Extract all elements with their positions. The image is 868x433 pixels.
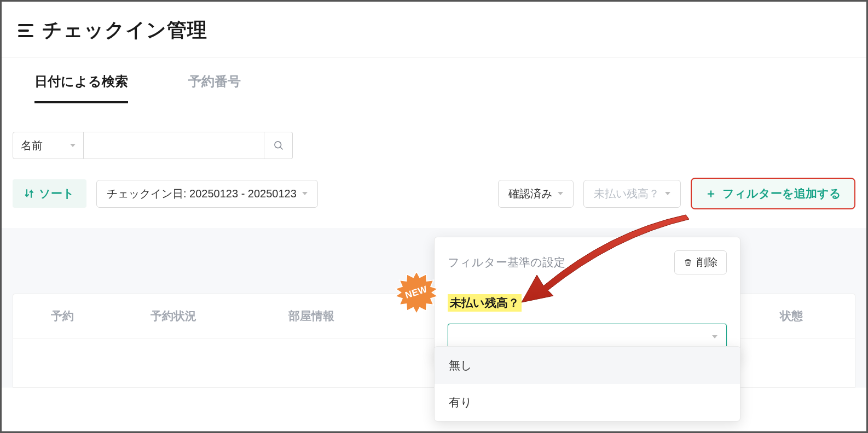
trash-icon (684, 258, 692, 267)
sort-label: ソート (39, 186, 74, 201)
filter-option-exists[interactable]: 有り (435, 384, 740, 421)
unpaid-balance-placeholder: 未払い残高？ (594, 186, 659, 201)
filter-options-dropdown: 無し 有り (434, 346, 740, 422)
sort-button[interactable]: ソート (13, 179, 86, 208)
plus-icon: ＋ (705, 185, 717, 202)
search-field-select[interactable]: 名前 (13, 132, 84, 159)
svg-line-1 (280, 147, 282, 149)
filter-option-none[interactable]: 無し (435, 347, 740, 384)
search-field-label: 名前 (21, 138, 43, 153)
search-input[interactable] (84, 132, 264, 159)
sort-icon (25, 189, 33, 198)
filter-delete-button[interactable]: 削除 (674, 250, 727, 274)
checkin-date-label: チェックイン日: 20250123 - 20250123 (107, 186, 297, 201)
page-title: チェックイン管理 (42, 17, 207, 44)
add-filter-label: フィルターを追加する (722, 186, 841, 201)
col-reservation-status: 予約状況 (112, 308, 235, 324)
filter-field-label: 未払い残高？ (448, 294, 522, 312)
svg-point-0 (274, 142, 281, 148)
chevron-down-icon (70, 144, 76, 147)
unpaid-balance-filter[interactable]: 未払い残高？ (583, 180, 681, 208)
filters-row: ソート チェックイン日: 20250123 - 20250123 確認済み 未払… (2, 159, 866, 209)
new-badge: NEW (394, 270, 439, 315)
tab-bar: 日付による検索 予約番号 (2, 57, 866, 103)
tab-reservation-number[interactable]: 予約番号 (188, 73, 241, 103)
confirmed-label: 確認済み (508, 186, 552, 201)
search-icon (273, 140, 284, 151)
chevron-down-icon (558, 192, 563, 195)
chevron-down-icon (302, 192, 308, 195)
checkin-date-filter[interactable]: チェックイン日: 20250123 - 20250123 (96, 180, 318, 208)
chevron-down-icon (712, 335, 717, 338)
search-row: 名前 (2, 103, 866, 159)
add-filter-button[interactable]: ＋ フィルターを追加する (691, 178, 855, 209)
menu-collapse-icon[interactable] (18, 24, 33, 37)
filter-delete-label: 削除 (697, 255, 717, 270)
confirmed-filter[interactable]: 確認済み (498, 180, 574, 208)
filter-panel-title: フィルター基準の設定 (448, 255, 565, 270)
chevron-down-icon (665, 192, 670, 195)
filter-settings-panel: フィルター基準の設定 削除 未払い残高？ (434, 237, 740, 361)
col-room-info: 部屋情報 (235, 308, 388, 324)
tab-search-by-date[interactable]: 日付による検索 (34, 73, 128, 103)
col-reservation: 予約 (13, 308, 112, 324)
search-button[interactable] (264, 132, 293, 159)
